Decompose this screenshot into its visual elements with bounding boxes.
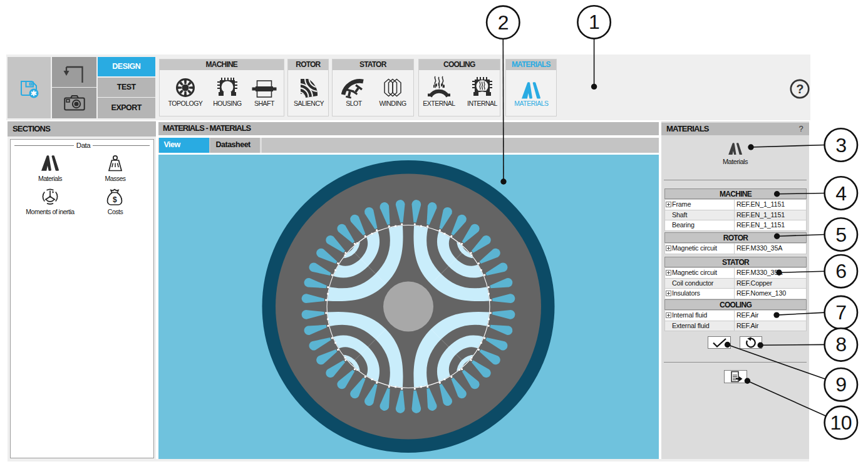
svg-text:6: 6 bbox=[835, 260, 846, 282]
svg-text:2: 2 bbox=[498, 11, 509, 34]
svg-text:$: $ bbox=[113, 195, 117, 204]
svg-text:10: 10 bbox=[830, 411, 852, 434]
svg-text:7: 7 bbox=[835, 301, 846, 324]
svg-text:1: 1 bbox=[589, 11, 599, 33]
svg-text:4: 4 bbox=[835, 182, 846, 205]
svg-text:3: 3 bbox=[835, 134, 846, 157]
svg-text:8: 8 bbox=[835, 333, 846, 356]
svg-text:9: 9 bbox=[835, 373, 846, 396]
svg-text:?: ? bbox=[796, 82, 803, 96]
svg-text:5: 5 bbox=[835, 224, 846, 246]
